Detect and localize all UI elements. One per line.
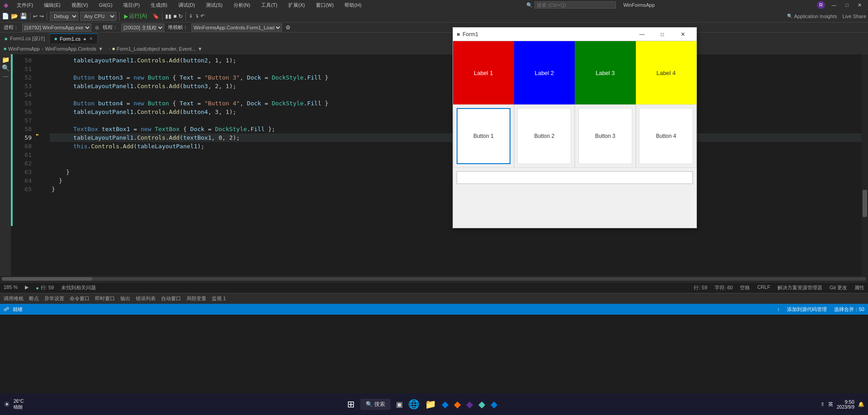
undo-icon[interactable]: ↩ — [33, 13, 38, 19]
redo-icon[interactable]: ↪ — [39, 13, 44, 19]
live-share-label[interactable]: Live Share — [842, 14, 866, 19]
form-button-4[interactable]: Button 4 — [639, 108, 693, 164]
source-control-label[interactable]: 添加到源代码管理 — [787, 306, 827, 313]
menu-test[interactable]: 测试(S) — [203, 1, 225, 9]
winform-maximize-btn[interactable]: □ — [652, 28, 672, 41]
app-insights-label[interactable]: Application Insights — [794, 14, 837, 19]
taskbar-app-4[interactable]: ◆ — [466, 399, 473, 410]
menu-extensions[interactable]: 扩展(X) — [286, 1, 308, 9]
form-button-2[interactable]: Button 2 — [517, 108, 571, 164]
tab-close-btn[interactable]: ✕ — [89, 36, 93, 41]
solution-explorer-link[interactable]: 解决方案资源管理器 — [777, 284, 822, 291]
h-scrollbar-track[interactable] — [2, 277, 866, 281]
pause-icon[interactable]: ▮▮ — [165, 13, 172, 19]
search-input[interactable] — [534, 1, 616, 9]
run-label: 运行(A) — [129, 12, 147, 20]
debug-tool-output[interactable]: 输出 — [120, 295, 130, 302]
debug-tool-watch1[interactable]: 监视 1 — [212, 295, 226, 302]
taskbar-app-6[interactable]: ◆ — [491, 399, 497, 410]
git-changes-link[interactable]: Git 更改 — [830, 284, 847, 291]
tab-label-design: Form1.cs [设计] — [10, 35, 45, 42]
line-num-60: 60 — [13, 142, 32, 151]
new-project-icon[interactable]: 📄 — [2, 13, 9, 19]
taskbar-app-2[interactable]: 📁 — [425, 399, 436, 410]
menu-git[interactable]: Git(G) — [96, 1, 115, 9]
explorer-icon[interactable]: 📁 — [2, 56, 10, 63]
stop-icon[interactable]: ■ — [173, 13, 176, 19]
debug-tool-errors[interactable]: 错误列表 — [136, 295, 156, 302]
label-3-text: Label 3 — [596, 70, 615, 76]
step-out-icon[interactable]: ↶ — [200, 13, 205, 19]
button-4-cell: Button 4 — [636, 104, 697, 168]
tab-form1-code[interactable]: ■ Form1.cs ● ✕ — [50, 33, 98, 43]
status-bar-left: ☍ 就绪 — [4, 306, 23, 313]
run-button[interactable]: ▶ 运行(A) — [122, 11, 149, 21]
menu-window[interactable]: 窗口(W) — [313, 1, 337, 9]
debug-tool-callstack[interactable]: 调用堆栈 — [4, 295, 24, 302]
change-gutter — [11, 54, 13, 276]
properties-link[interactable]: 属性 — [854, 284, 864, 291]
taskbar-app-5[interactable]: ◆ — [478, 399, 485, 410]
menu-tools[interactable]: 工具(T) — [258, 1, 280, 9]
open-icon[interactable]: 📂 — [11, 13, 18, 19]
search-box[interactable]: 🔍 搜索 — [360, 399, 391, 410]
winform-title-left: ■ Form1 — [457, 31, 478, 38]
process-select[interactable]: [18792] WinFormsApp.exe — [22, 24, 91, 32]
menu-help[interactable]: 帮助(H) — [342, 1, 364, 9]
menu-edit[interactable]: 编辑(E) — [41, 1, 63, 9]
maximize-btn[interactable]: □ — [843, 2, 851, 8]
menu-analyze[interactable]: 分析(N) — [231, 1, 253, 9]
form-button-3[interactable]: Button 3 — [578, 108, 632, 164]
taskbar-app-1[interactable]: 🌐 — [408, 399, 420, 410]
git-icon[interactable]: ⸻ — [2, 72, 9, 80]
thread-select[interactable]: [20020] 主线程 — [121, 24, 164, 32]
debug-tool-command[interactable]: 命令窗口 — [70, 295, 90, 302]
menu-build[interactable]: 生成(B) — [148, 1, 170, 9]
cpu-select[interactable]: Any CPU — [80, 12, 116, 21]
taskbar-app-3[interactable]: ◆ — [454, 399, 461, 410]
stack-select[interactable]: WinFormsApp.Controls.Form1_Load — [191, 24, 282, 32]
close-btn[interactable]: ✕ — [855, 2, 864, 8]
weather-condition: 晴朗 — [14, 404, 24, 410]
vertical-scrollbar[interactable] — [862, 54, 868, 276]
search-sidebar-icon[interactable]: 🔍 — [2, 64, 10, 71]
winform-close-btn[interactable]: ✕ — [672, 28, 693, 41]
start-button[interactable]: ⊞ — [347, 399, 355, 410]
menu-debug[interactable]: 调试(D) — [176, 1, 198, 9]
method-dropdown-icon[interactable]: ▼ — [198, 46, 203, 52]
dash-gutter — [43, 54, 50, 276]
menu-file[interactable]: 文件(F) — [14, 1, 36, 9]
save-icon[interactable]: 💾 — [20, 13, 27, 19]
language-indicator[interactable]: 英 — [828, 401, 833, 408]
menu-view[interactable]: 视图(V) — [69, 1, 91, 9]
step-into-icon[interactable]: ↴ — [195, 13, 199, 19]
debug-tool-exceptions[interactable]: 异常设置 — [44, 295, 64, 302]
settings-icon[interactable]: ⚙ — [286, 24, 291, 31]
minimize-btn[interactable]: — — [829, 2, 839, 8]
scrollbar-thumb[interactable] — [863, 190, 867, 217]
system-tray[interactable]: ⇧ — [820, 401, 825, 407]
h-scrollbar-thumb[interactable] — [2, 277, 92, 281]
debug-tool-breakpoints[interactable]: 断点 — [29, 295, 39, 302]
debug-tool-auto[interactable]: 自动窗口 — [161, 295, 181, 302]
winform-minimize-btn[interactable]: — — [632, 28, 652, 41]
debug-mode-select[interactable]: Debug — [50, 12, 78, 21]
user-avatar[interactable]: R — [817, 1, 825, 9]
dropdown-icon[interactable]: ▼ — [98, 46, 103, 52]
debug-tool-immediate[interactable]: 即时窗口 — [95, 295, 115, 302]
step-over-icon[interactable]: ⇓ — [189, 13, 193, 19]
attach-icon[interactable]: 🔖 — [153, 13, 159, 19]
restart-icon[interactable]: ↻ — [178, 13, 183, 19]
form-textbox[interactable] — [457, 171, 693, 184]
run-icon: ▶ — [124, 13, 128, 19]
task-view-icon[interactable]: ▣ — [396, 400, 403, 409]
bottom-right: 行: 59 字符: 60 空格 CRLF 解决方案资源管理器 Git 更改 属性 — [694, 284, 864, 291]
notification-icon[interactable]: 🔔 — [858, 401, 864, 407]
menu-project[interactable]: 项目(P) — [120, 1, 143, 9]
form-button-1[interactable]: Button 1 — [457, 108, 510, 164]
button-3-cell: Button 3 — [575, 104, 636, 168]
tab-form1-design[interactable]: ■ Form1.cs [设计] — [0, 33, 50, 43]
taskbar-edge[interactable]: ◆ — [442, 399, 448, 410]
debug-tool-locals[interactable]: 局部变量 — [186, 295, 206, 302]
thread-label: 线程： — [103, 24, 118, 31]
